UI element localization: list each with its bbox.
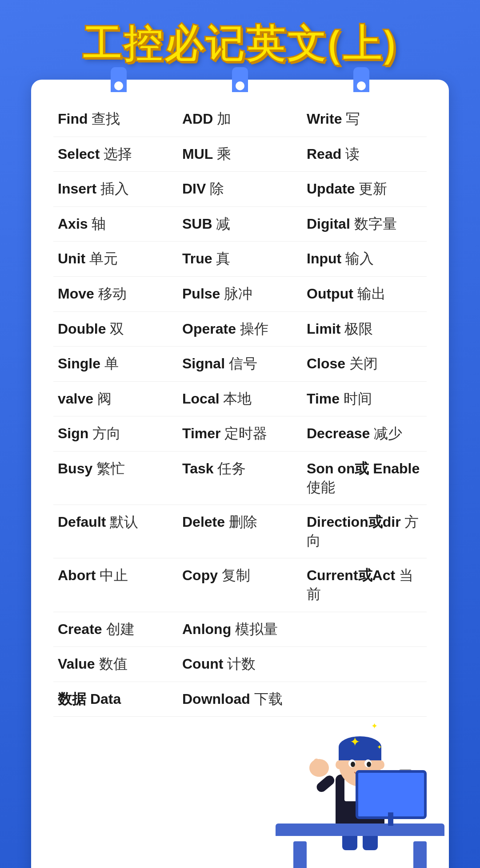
vocab-item: Pulse 脉冲 <box>178 277 302 312</box>
vocab-english: Create <box>58 621 102 637</box>
vocab-chinese: 关闭 <box>349 355 378 371</box>
vocab-english: Decrease <box>307 425 370 441</box>
vocab-item: Input 输入 <box>302 242 427 277</box>
vocab-chinese: 繁忙 <box>96 460 125 476</box>
vocab-english: Copy <box>182 567 218 583</box>
vocab-chinese: 默认 <box>110 514 138 530</box>
vocab-english: Insert <box>58 181 96 197</box>
vocab-item: Double 双 <box>53 312 178 347</box>
vocab-chinese: 极限 <box>344 321 373 337</box>
vocab-english: Limit <box>307 321 340 337</box>
vocab-chinese: 中止 <box>100 567 128 583</box>
vocab-english: Unit <box>58 250 85 266</box>
vocab-item: True 真 <box>178 242 302 277</box>
vocab-item: Time 时间 <box>302 382 427 417</box>
vocab-chinese: 真 <box>216 250 230 266</box>
vocab-english: Update <box>307 181 355 197</box>
vocab-english: Download <box>182 691 250 707</box>
vocab-chinese: 插入 <box>100 181 129 197</box>
vocab-english: DIV <box>182 181 206 197</box>
vocab-english: Anlong <box>182 621 231 637</box>
vocab-item <box>302 647 427 682</box>
vocab-english: Time <box>307 391 340 407</box>
vocab-chinese: 除 <box>210 181 224 197</box>
vocab-english: Abort <box>58 567 96 583</box>
vocab-english: Digital <box>307 216 350 232</box>
monitor-stand <box>388 812 393 826</box>
vocab-chinese: 使能 <box>307 479 335 495</box>
vocab-chinese: 数字量 <box>354 216 397 232</box>
vocab-english: Direction或dir <box>307 514 401 530</box>
vocab-chinese: 脉冲 <box>224 286 252 302</box>
vocab-chinese: 减 <box>216 216 230 232</box>
vocab-item: Timer 定时器 <box>178 416 302 452</box>
vocab-chinese: 减少 <box>374 425 402 441</box>
vocab-item: Signal 信号 <box>178 347 302 382</box>
vocab-chinese: 计数 <box>227 656 256 672</box>
binder-clips <box>31 67 449 92</box>
vocab-item: MUL 乘 <box>178 137 302 172</box>
vocab-english: Delete <box>182 514 225 530</box>
vocab-item: Unit 单元 <box>53 242 178 277</box>
vocab-chinese: 单元 <box>89 250 118 266</box>
vocab-english: Output <box>307 286 353 302</box>
vocab-item: Digital 数字量 <box>302 207 427 242</box>
vocab-item: Count 计数 <box>178 647 302 682</box>
vocab-chinese: 选择 <box>104 146 132 162</box>
vocab-english: Close <box>307 355 345 371</box>
desk <box>284 824 436 868</box>
vocab-item: Task 任务 <box>178 452 302 505</box>
star-decoration-3: ✦ <box>377 743 382 751</box>
svg-point-6 <box>336 760 343 769</box>
vocab-item: Current或Act 当前 <box>302 558 427 612</box>
desk-top <box>276 824 444 836</box>
vocab-chinese: 双 <box>110 321 124 337</box>
star-decoration-1: ✦ <box>350 735 360 749</box>
vocab-chinese: 复制 <box>222 567 250 583</box>
vocab-english: Find <box>58 111 88 127</box>
vocab-item: Decrease 减少 <box>302 416 427 452</box>
svg-point-11 <box>367 762 371 767</box>
vocab-chinese: 删除 <box>229 514 257 530</box>
vocab-chinese: 创建 <box>106 621 135 637</box>
vocab-english: Operate <box>182 321 236 337</box>
vocab-english: valve <box>58 391 93 407</box>
vocab-english: Task <box>182 460 214 476</box>
vocab-english: Select <box>58 146 100 162</box>
vocab-english: Pulse <box>182 286 220 302</box>
vocab-item: Abort 中止 <box>53 558 178 612</box>
vocab-english: True <box>182 250 212 266</box>
vocab-chinese: 更新 <box>359 181 387 197</box>
vocab-english: Input <box>307 250 341 266</box>
vocab-chinese: 阀 <box>97 391 112 407</box>
desk-leg-left <box>293 841 307 868</box>
vocab-english: Count <box>182 656 223 672</box>
vocab-chinese: 写 <box>346 111 360 127</box>
vocab-english: ADD <box>182 111 213 127</box>
vocab-item: Son on或 Enable 使能 <box>302 452 427 505</box>
vocab-chinese: 模拟量 <box>235 621 278 637</box>
vocab-chinese: 下载 <box>254 691 283 707</box>
vocab-chinese: 本地 <box>223 391 252 407</box>
vocab-english: Default <box>58 514 106 530</box>
clip-right <box>353 67 369 92</box>
vocab-item: Operate 操作 <box>178 312 302 347</box>
svg-rect-5 <box>339 747 381 760</box>
vocab-item: Busy 繁忙 <box>53 452 178 505</box>
vocab-english: MUL <box>182 146 213 162</box>
vocab-english: Read <box>307 146 341 162</box>
vocab-chinese: 方向 <box>92 425 121 441</box>
vocab-item <box>302 612 427 647</box>
vocab-english: Local <box>182 391 220 407</box>
vocabulary-card: Find 查找ADD 加Write 写Select 选择MUL 乘Read 读I… <box>31 80 449 868</box>
vocab-item: SUB 减 <box>178 207 302 242</box>
vocab-item: Close 关闭 <box>302 347 427 382</box>
clip-center <box>232 67 248 92</box>
vocab-item: Update 更新 <box>302 172 427 207</box>
vocab-chinese: 时间 <box>344 391 372 407</box>
desk-leg-right <box>413 841 427 868</box>
vocab-english: SUB <box>182 216 212 232</box>
vocab-item: Local 本地 <box>178 382 302 417</box>
background: 工控必记英文(上) Find 查找ADD 加Write 写Select 选择MU… <box>0 0 480 868</box>
vocab-english: Double <box>58 321 106 337</box>
